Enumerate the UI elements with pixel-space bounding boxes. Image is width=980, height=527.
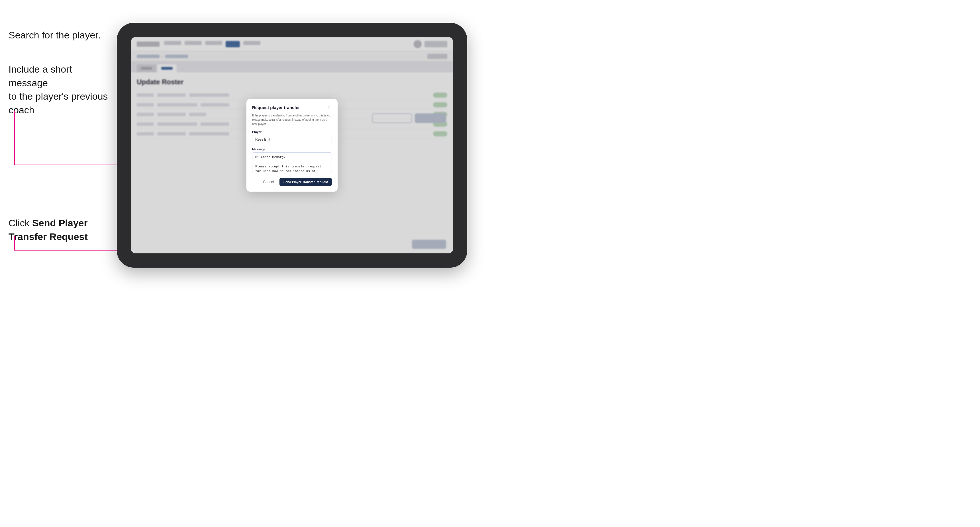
annotation-message: Include a short messageto the player's p… xyxy=(8,63,111,117)
click-text: Click xyxy=(8,217,32,229)
arrow-line-1 xyxy=(14,111,15,165)
annotation-click: Click Send PlayerTransfer Request xyxy=(8,216,105,243)
modal-overlay: Request player transfer × If the player … xyxy=(131,37,453,253)
message-textarea[interactable]: Hi Coach McHarg, Please accept this tran… xyxy=(252,152,332,172)
annotation-search: Search for the player. xyxy=(8,29,100,42)
modal-description: If the player is transferring from anoth… xyxy=(252,113,332,126)
message-annotation-text: Include a short messageto the player's p… xyxy=(8,64,108,115)
modal-close-button[interactable]: × xyxy=(326,105,332,111)
modal-footer: Cancel Send Player Transfer Request xyxy=(252,178,332,186)
search-annotation-text: Search for the player. xyxy=(8,30,100,40)
cancel-button[interactable]: Cancel xyxy=(260,178,277,186)
player-input[interactable] xyxy=(252,135,332,144)
request-transfer-modal: Request player transfer × If the player … xyxy=(247,99,337,192)
message-label: Message xyxy=(252,148,332,151)
player-label: Player xyxy=(252,130,332,133)
send-transfer-request-button[interactable]: Send Player Transfer Request xyxy=(280,178,332,186)
tablet-screen: › Update Roster xyxy=(131,37,453,253)
modal-header: Request player transfer × xyxy=(252,105,332,111)
arrow-line-2-vertical xyxy=(14,236,15,251)
modal-title: Request player transfer xyxy=(252,105,300,110)
tablet-device: › Update Roster xyxy=(117,23,467,268)
